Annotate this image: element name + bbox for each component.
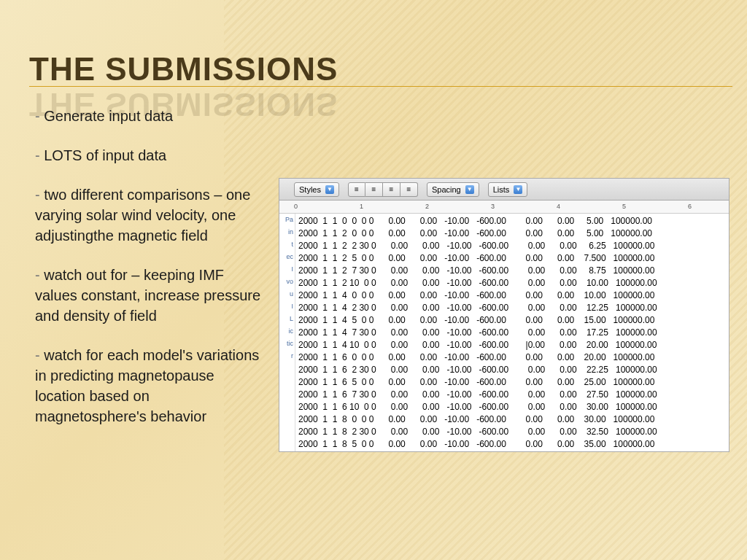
- bullet-item: - watch out for – keeping IMF values con…: [35, 265, 261, 326]
- lists-label: Lists: [493, 185, 510, 194]
- data-text-area: 2000 1 1 0 0 0 0 0.00 0.00 -10.00 -600.0…: [295, 214, 729, 451]
- align-center-icon[interactable]: ≡: [365, 182, 383, 197]
- styles-dropdown[interactable]: Styles ▼: [294, 182, 339, 197]
- ruler-mark: 3: [491, 203, 495, 210]
- alignment-group: ≡ ≡ ≡ ≡: [348, 182, 418, 197]
- align-left-icon[interactable]: ≡: [348, 182, 365, 197]
- bullet-item: - LOTS of input data: [35, 145, 261, 166]
- lists-dropdown[interactable]: Lists ▼: [488, 182, 528, 197]
- editor-toolbar: Styles ▼ ≡ ≡ ≡ ≡ Spacing ▼ Lists ▼: [279, 179, 729, 201]
- align-justify-icon[interactable]: ≡: [400, 182, 418, 197]
- spacing-label: Spacing: [432, 185, 461, 194]
- ruler-mark: 2: [425, 203, 429, 210]
- bullet-list: - Generate input data - LOTS of input da…: [35, 106, 261, 446]
- ruler-mark: 4: [557, 203, 560, 210]
- title-divider: [29, 86, 732, 87]
- ruler-mark: 6: [688, 203, 692, 210]
- spacing-dropdown[interactable]: Spacing ▼: [427, 182, 479, 197]
- dropdown-arrow-icon: ▼: [325, 185, 334, 194]
- dropdown-arrow-icon: ▼: [465, 185, 474, 194]
- slide-title: THE SUBMISSIONS: [29, 51, 338, 88]
- dropdown-arrow-icon: ▼: [514, 185, 522, 194]
- styles-label: Styles: [299, 185, 321, 194]
- left-margin-strip: Pain tec Ivou ILicticr: [279, 214, 295, 451]
- ruler-mark: 1: [360, 203, 363, 210]
- align-right-icon[interactable]: ≡: [383, 182, 400, 197]
- ruler: 0 1 2 3 4 5 6: [279, 201, 729, 214]
- bullet-item: - two different comparisons – one varyin…: [35, 184, 261, 246]
- bullet-item: - watch for each model's variations in p…: [35, 345, 261, 427]
- ruler-mark: 5: [622, 203, 626, 210]
- ruler-mark: 0: [294, 203, 298, 210]
- bullet-item: - Generate input data: [35, 106, 261, 126]
- embedded-editor-screenshot: Styles ▼ ≡ ≡ ≡ ≡ Spacing ▼ Lists ▼ 0 1 2…: [279, 178, 729, 452]
